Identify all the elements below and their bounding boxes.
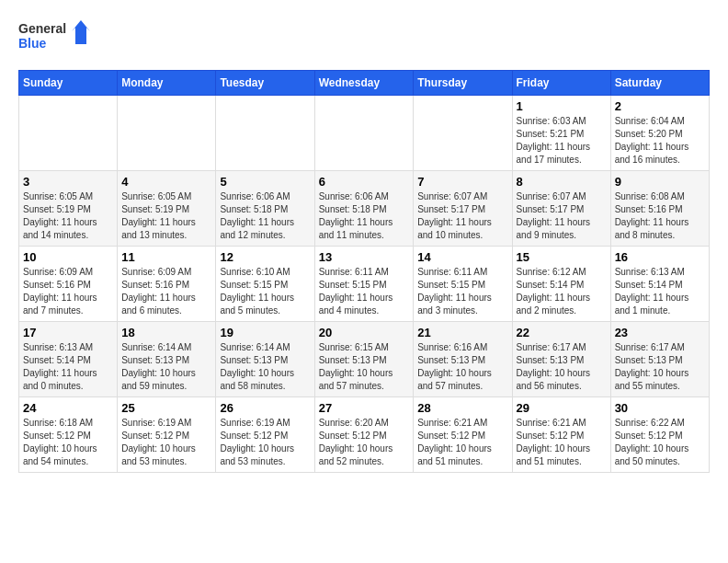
logo-svg: General Blue (18, 18, 92, 55)
calendar-cell: 16Sunrise: 6:13 AM Sunset: 5:14 PM Dayli… (610, 247, 709, 322)
calendar-cell (19, 96, 118, 171)
logo: General Blue (18, 18, 92, 55)
calendar-cell: 1Sunrise: 6:03 AM Sunset: 5:21 PM Daylig… (512, 96, 610, 171)
day-number: 16 (615, 250, 705, 264)
day-info: Sunrise: 6:15 AM Sunset: 5:13 PM Dayligh… (319, 341, 410, 393)
day-info: Sunrise: 6:19 AM Sunset: 5:12 PM Dayligh… (121, 417, 211, 468)
day-number: 2 (615, 99, 705, 113)
calendar-cell: 27Sunrise: 6:20 AM Sunset: 5:12 PM Dayli… (314, 397, 414, 473)
day-number: 1 (517, 99, 607, 113)
calendar-cell: 5Sunrise: 6:06 AM Sunset: 5:18 PM Daylig… (216, 171, 314, 247)
weekday-header-wednesday: Wednesday (314, 71, 414, 96)
calendar-cell (314, 96, 414, 171)
day-number: 23 (615, 326, 705, 339)
day-number: 14 (417, 250, 507, 264)
day-info: Sunrise: 6:18 AM Sunset: 5:12 PM Dayligh… (23, 417, 113, 468)
calendar-cell: 22Sunrise: 6:17 AM Sunset: 5:13 PM Dayli… (512, 322, 610, 397)
day-info: Sunrise: 6:13 AM Sunset: 5:14 PM Dayligh… (23, 341, 113, 393)
calendar-cell: 28Sunrise: 6:21 AM Sunset: 5:12 PM Dayli… (414, 397, 512, 473)
day-number: 5 (220, 175, 310, 189)
day-number: 22 (517, 326, 607, 339)
calendar-cell: 18Sunrise: 6:14 AM Sunset: 5:13 PM Dayli… (118, 322, 216, 397)
svg-text:Blue: Blue (18, 36, 47, 51)
day-info: Sunrise: 6:09 AM Sunset: 5:16 PM Dayligh… (23, 266, 113, 317)
calendar-cell: 4Sunrise: 6:05 AM Sunset: 5:19 PM Daylig… (118, 171, 216, 247)
calendar-week-4: 17Sunrise: 6:13 AM Sunset: 5:14 PM Dayli… (19, 322, 710, 397)
weekday-header-thursday: Thursday (414, 71, 512, 96)
day-info: Sunrise: 6:05 AM Sunset: 5:19 PM Dayligh… (23, 190, 113, 242)
day-number: 29 (517, 401, 607, 415)
calendar-cell: 30Sunrise: 6:22 AM Sunset: 5:12 PM Dayli… (610, 397, 709, 473)
calendar-week-2: 3Sunrise: 6:05 AM Sunset: 5:19 PM Daylig… (19, 171, 710, 247)
day-info: Sunrise: 6:13 AM Sunset: 5:14 PM Dayligh… (615, 266, 705, 317)
calendar-cell: 13Sunrise: 6:11 AM Sunset: 5:15 PM Dayli… (314, 247, 414, 322)
day-number: 27 (319, 401, 410, 415)
day-info: Sunrise: 6:11 AM Sunset: 5:15 PM Dayligh… (417, 266, 507, 317)
day-number: 21 (417, 326, 507, 339)
day-info: Sunrise: 6:07 AM Sunset: 5:17 PM Dayligh… (417, 190, 507, 242)
calendar-cell: 7Sunrise: 6:07 AM Sunset: 5:17 PM Daylig… (414, 171, 512, 247)
day-number: 25 (121, 401, 211, 415)
day-number: 20 (319, 326, 410, 339)
day-info: Sunrise: 6:21 AM Sunset: 5:12 PM Dayligh… (417, 417, 507, 468)
day-number: 9 (615, 175, 705, 189)
calendar-cell: 14Sunrise: 6:11 AM Sunset: 5:15 PM Dayli… (414, 247, 512, 322)
day-info: Sunrise: 6:19 AM Sunset: 5:12 PM Dayligh… (220, 417, 310, 468)
day-number: 4 (121, 175, 211, 189)
svg-marker-2 (72, 20, 90, 44)
day-info: Sunrise: 6:04 AM Sunset: 5:20 PM Dayligh… (615, 115, 705, 167)
day-number: 7 (417, 175, 507, 189)
calendar-cell: 21Sunrise: 6:16 AM Sunset: 5:13 PM Dayli… (414, 322, 512, 397)
day-number: 15 (517, 250, 607, 264)
day-info: Sunrise: 6:03 AM Sunset: 5:21 PM Dayligh… (517, 115, 607, 167)
calendar-cell: 26Sunrise: 6:19 AM Sunset: 5:12 PM Dayli… (216, 397, 314, 473)
calendar-cell: 10Sunrise: 6:09 AM Sunset: 5:16 PM Dayli… (19, 247, 118, 322)
day-info: Sunrise: 6:08 AM Sunset: 5:16 PM Dayligh… (615, 190, 705, 242)
day-number: 24 (23, 401, 113, 415)
day-number: 8 (517, 175, 607, 189)
calendar-cell (118, 96, 216, 171)
day-number: 30 (615, 401, 705, 415)
day-number: 10 (23, 250, 113, 264)
calendar-cell (414, 96, 512, 171)
calendar-week-5: 24Sunrise: 6:18 AM Sunset: 5:12 PM Dayli… (19, 397, 710, 473)
day-info: Sunrise: 6:12 AM Sunset: 5:14 PM Dayligh… (517, 266, 607, 317)
day-info: Sunrise: 6:10 AM Sunset: 5:15 PM Dayligh… (220, 266, 310, 317)
weekday-header-monday: Monday (118, 71, 216, 96)
calendar-cell: 9Sunrise: 6:08 AM Sunset: 5:16 PM Daylig… (610, 171, 709, 247)
calendar-cell: 29Sunrise: 6:21 AM Sunset: 5:12 PM Dayli… (512, 397, 610, 473)
day-number: 28 (417, 401, 507, 415)
calendar-cell: 15Sunrise: 6:12 AM Sunset: 5:14 PM Dayli… (512, 247, 610, 322)
day-info: Sunrise: 6:14 AM Sunset: 5:13 PM Dayligh… (220, 341, 310, 393)
day-number: 6 (319, 175, 410, 189)
day-info: Sunrise: 6:17 AM Sunset: 5:13 PM Dayligh… (517, 341, 607, 393)
day-info: Sunrise: 6:20 AM Sunset: 5:12 PM Dayligh… (319, 417, 410, 468)
day-info: Sunrise: 6:07 AM Sunset: 5:17 PM Dayligh… (517, 190, 607, 242)
day-info: Sunrise: 6:17 AM Sunset: 5:13 PM Dayligh… (615, 341, 705, 393)
day-info: Sunrise: 6:22 AM Sunset: 5:12 PM Dayligh… (615, 417, 705, 468)
day-number: 26 (220, 401, 310, 415)
calendar-cell: 3Sunrise: 6:05 AM Sunset: 5:19 PM Daylig… (19, 171, 118, 247)
day-info: Sunrise: 6:06 AM Sunset: 5:18 PM Dayligh… (220, 190, 310, 242)
day-number: 18 (121, 326, 211, 339)
day-number: 12 (220, 250, 310, 264)
day-info: Sunrise: 6:16 AM Sunset: 5:13 PM Dayligh… (417, 341, 507, 393)
day-number: 17 (23, 326, 113, 339)
day-number: 19 (220, 326, 310, 339)
day-info: Sunrise: 6:11 AM Sunset: 5:15 PM Dayligh… (319, 266, 410, 317)
weekday-header-saturday: Saturday (610, 71, 709, 96)
calendar-cell: 17Sunrise: 6:13 AM Sunset: 5:14 PM Dayli… (19, 322, 118, 397)
weekday-header-tuesday: Tuesday (216, 71, 314, 96)
day-info: Sunrise: 6:09 AM Sunset: 5:16 PM Dayligh… (121, 266, 211, 317)
weekday-header-friday: Friday (512, 71, 610, 96)
day-number: 13 (319, 250, 410, 264)
calendar-cell: 20Sunrise: 6:15 AM Sunset: 5:13 PM Dayli… (314, 322, 414, 397)
calendar-cell: 23Sunrise: 6:17 AM Sunset: 5:13 PM Dayli… (610, 322, 709, 397)
calendar-week-1: 1Sunrise: 6:03 AM Sunset: 5:21 PM Daylig… (19, 96, 710, 171)
day-info: Sunrise: 6:05 AM Sunset: 5:19 PM Dayligh… (121, 190, 211, 242)
calendar-cell: 2Sunrise: 6:04 AM Sunset: 5:20 PM Daylig… (610, 96, 709, 171)
calendar-cell: 8Sunrise: 6:07 AM Sunset: 5:17 PM Daylig… (512, 171, 610, 247)
calendar-week-3: 10Sunrise: 6:09 AM Sunset: 5:16 PM Dayli… (19, 247, 710, 322)
day-info: Sunrise: 6:06 AM Sunset: 5:18 PM Dayligh… (319, 190, 410, 242)
calendar-header-row: SundayMondayTuesdayWednesdayThursdayFrid… (19, 71, 710, 96)
